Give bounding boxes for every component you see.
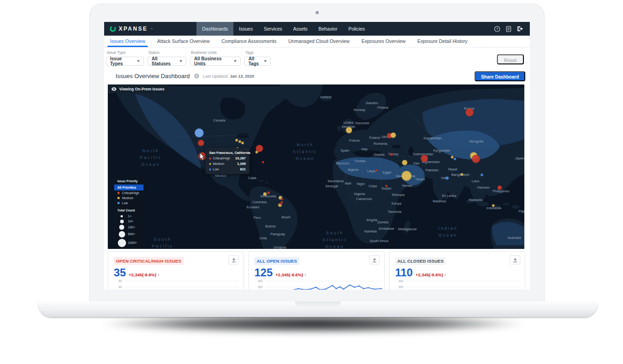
logout-icon[interactable] xyxy=(517,26,523,32)
filter-group-issue-type: Issue TypeIssue Types xyxy=(106,50,144,68)
issue-bubble[interactable] xyxy=(390,153,393,156)
map-label-tanzania: Tanzania xyxy=(388,210,401,214)
map-label-laos: Laos xyxy=(472,179,479,183)
document-icon[interactable] xyxy=(506,26,511,32)
tooltip-dot-icon xyxy=(209,169,211,170)
map-label-morocco: Morocco xyxy=(336,161,349,165)
issue-bubble[interactable] xyxy=(255,151,258,153)
grid-row: 400 xyxy=(395,278,520,284)
filter-select-business-units[interactable]: All Business Units xyxy=(190,57,241,66)
map-legend: Issue Priority All PrioritiesCritical/Hi… xyxy=(114,177,143,249)
issue-bubble[interactable] xyxy=(402,160,407,165)
nav-item-behavior[interactable]: Behavior xyxy=(313,22,343,36)
issue-bubble[interactable] xyxy=(492,204,495,207)
map-label-vietnam: Vietnam xyxy=(477,185,489,190)
tab-issues-overview[interactable]: Issues Overview xyxy=(104,36,151,47)
issue-bubble[interactable] xyxy=(454,158,456,160)
filter-group-business-units: Business UnitsAll Business Units xyxy=(190,50,241,68)
filter-select-tags[interactable]: All Tags xyxy=(244,57,271,66)
tab-attack-surface-overview[interactable]: Attack Surface Overview xyxy=(151,36,216,47)
nav-item-assets[interactable]: Assets xyxy=(288,22,313,36)
issue-bubble[interactable] xyxy=(480,174,483,176)
issue-bubble[interactable] xyxy=(401,171,412,181)
nav-item-policies[interactable]: Policies xyxy=(343,22,370,36)
tooltip-row-label: Critical/High xyxy=(213,157,230,160)
legend-priority-all-priorities[interactable]: All Priorities xyxy=(114,185,143,190)
issue-bubble[interactable] xyxy=(263,192,267,196)
issue-bubble[interactable] xyxy=(281,198,283,200)
issue-bubble[interactable] xyxy=(391,132,396,138)
map-view-badge[interactable]: Viewing On-Prem Issues xyxy=(108,85,169,93)
map-label-zimbabwe: Zimbabwe xyxy=(379,227,395,231)
filter-group-status: StatusAll Statuses xyxy=(148,50,186,68)
issue-bubble[interactable] xyxy=(446,177,449,180)
issue-bubble[interactable] xyxy=(267,191,270,194)
card-title-badge: ALL CLOSED ISSUES xyxy=(395,257,446,265)
map-label-mali: Mali xyxy=(345,181,351,185)
nav-item-issues[interactable]: Issues xyxy=(233,22,258,36)
issue-bubble[interactable] xyxy=(195,128,204,137)
main-menu: DashboardsIssuesServicesAssetsBehaviorPo… xyxy=(196,22,370,36)
issue-bubble[interactable] xyxy=(460,173,463,176)
filter-value: All Tags xyxy=(248,56,260,66)
tab-exposure-detail-history[interactable]: Exposure Detail History xyxy=(412,36,474,47)
card-title-badge: ALL OPEN ISSUES xyxy=(254,257,299,265)
reset-button[interactable]: Reset xyxy=(497,54,524,64)
download-button[interactable] xyxy=(510,255,520,264)
nav-item-dashboards[interactable]: Dashboards xyxy=(196,22,233,36)
download-button[interactable] xyxy=(228,255,239,264)
page: XPANSE ™ DashboardsIssuesServicesAssetsB… xyxy=(0,0,623,364)
filter-label: Status xyxy=(148,50,186,55)
issue-bubble[interactable] xyxy=(280,203,282,205)
map-label-yemen: Yemen xyxy=(401,184,412,188)
info-icon[interactable]: i xyxy=(194,74,199,79)
filter-bar: Issue TypeIssue TypesStatusAll StatusesB… xyxy=(104,47,530,68)
issue-bubble[interactable] xyxy=(241,142,244,144)
issue-bubble[interactable] xyxy=(421,155,428,162)
issue-bubble[interactable] xyxy=(451,156,454,158)
dashboard-header: Issues Overview Dashboard i Last Updated… xyxy=(104,68,530,84)
world-map[interactable]: North Pacific OceanNorth Atlantic OceanS… xyxy=(108,84,524,249)
tab-exposures-overview[interactable]: Exposures Overview xyxy=(355,36,411,47)
filter-select-status[interactable]: All Statuses xyxy=(148,57,186,66)
map-label-kenya: Kenya xyxy=(391,201,401,206)
issue-bubble[interactable] xyxy=(385,185,388,187)
legend-priority-low[interactable]: Low xyxy=(114,200,143,206)
last-updated: Last Updated: Jan 13, 2020 xyxy=(203,74,254,79)
tab-compliance-assessments[interactable]: Compliance Assessments xyxy=(216,36,282,47)
issue-bubble[interactable] xyxy=(497,185,502,190)
help-icon[interactable]: ? xyxy=(494,26,500,32)
issue-bubble[interactable] xyxy=(262,161,264,164)
card-chart-grid: 400300 xyxy=(395,278,520,290)
logo-text: XPANSE xyxy=(119,26,148,32)
xpanse-logo-icon xyxy=(110,26,116,32)
ocean-label-north-pacific-ocean: North Pacific Ocean xyxy=(140,148,162,168)
issue-bubble[interactable] xyxy=(235,139,238,142)
map-label-oman: Oman xyxy=(416,177,425,181)
card-value-row: 35+2,345(-9.6%) ↑ xyxy=(114,267,238,278)
grid-row: 60 xyxy=(114,284,239,290)
tab-unmanaged-cloud-overview[interactable]: Unmanaged Cloud Overview xyxy=(282,36,355,47)
issue-bubble[interactable] xyxy=(198,140,204,146)
map-label-maldives: Maldives xyxy=(433,199,446,203)
card-sparkline xyxy=(249,284,385,290)
nav-item-services[interactable]: Services xyxy=(258,22,287,36)
legend-priority-medium[interactable]: Medium xyxy=(114,195,143,200)
tooltip-row-medium: Medium1,209 xyxy=(209,162,246,166)
xpanse-logo[interactable]: XPANSE ™ xyxy=(110,26,153,32)
legend-priority-critical-high[interactable]: Critical/High xyxy=(114,190,143,195)
filter-select-issue-type[interactable]: Issue Types xyxy=(106,57,144,66)
download-button[interactable] xyxy=(369,255,380,264)
world-map-continents xyxy=(108,84,524,249)
share-dashboard-button[interactable]: Share Dashboard xyxy=(475,71,525,81)
issue-bubble[interactable] xyxy=(465,108,474,116)
map-label-madagascar: Madagascar xyxy=(398,227,417,231)
issue-bubble[interactable] xyxy=(346,127,352,133)
map-label-colombia: Colombia xyxy=(252,200,267,204)
legend-priority-label: Medium xyxy=(122,196,133,200)
grid-row: 80 xyxy=(114,278,239,284)
issue-bubble[interactable] xyxy=(376,169,378,172)
issue-bubble[interactable] xyxy=(472,155,480,163)
map-label-finland: Finland xyxy=(377,106,389,110)
dashboard-tabs: Issues OverviewAttack Surface OverviewCo… xyxy=(104,36,530,47)
